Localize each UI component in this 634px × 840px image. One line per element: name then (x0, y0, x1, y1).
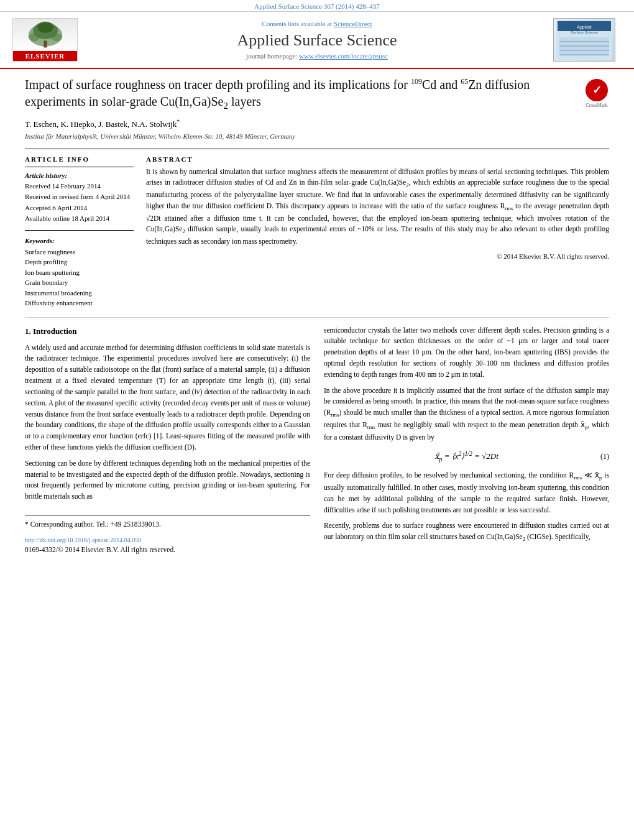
journal-title-section: Contents lists available at ScienceDirec… (81, 20, 553, 60)
body-column-right: semiconductor crystals the latter two me… (324, 325, 609, 561)
svg-point-5 (51, 34, 62, 42)
main-content: Impact of surface roughness on tracer de… (0, 69, 634, 573)
svg-text:Surface Science: Surface Science (571, 30, 598, 34)
article-title: Impact of surface roughness on tracer de… (25, 76, 574, 112)
svg-rect-10 (559, 37, 609, 56)
crossmark-section: ✓ CrossMark (584, 76, 609, 140)
affiliation: Institut für Materialphysik, Universität… (25, 132, 574, 140)
footnote-section: * Corresponding author. Tel.: +49 251833… (25, 515, 310, 556)
journal-thumbnail: Applied Surface Science (553, 18, 615, 62)
authors: T. Eschen, K. Hiepko, J. Bastek, N.A. St… (25, 118, 574, 129)
doi-link[interactable]: http://dx.doi.org/10.1016/j.apsusc.2014.… (25, 535, 310, 545)
keywords-list: Surface roughness Depth profiling Ion be… (25, 247, 134, 308)
abstract-text: It is shown by numerical simulation that… (146, 167, 609, 247)
sciencedirect-text: Contents lists available at ScienceDirec… (81, 20, 553, 27)
journal-cover-image: Applied Surface Science (553, 18, 622, 62)
elsevier-logo: ELSEVIER (12, 18, 81, 62)
abstract-section: ABSTRACT It is shown by numerical simula… (146, 155, 609, 308)
equation-number: (1) (600, 451, 609, 463)
svg-text:✓: ✓ (592, 84, 602, 96)
section1-heading: 1. Introduction (25, 325, 310, 338)
received-date: Received 14 February 2014 (25, 182, 134, 191)
svg-text:Applied: Applied (577, 25, 591, 30)
article-info-abstract: ARTICLE INFO Article history: Received 1… (25, 149, 609, 308)
homepage-url[interactable]: www.elsevier.com/locate/apsusc (299, 52, 388, 60)
svg-rect-3 (44, 41, 47, 48)
article-history-label: Article history: (25, 171, 134, 180)
body-p6: Recently, problems due to surface roughn… (324, 520, 609, 543)
body-p3: semiconductor crystals the latter two me… (324, 325, 609, 381)
article-title-section: Impact of surface roughness on tracer de… (25, 76, 574, 140)
received-revised-date: Received in revised form 4 April 2014 (25, 192, 134, 201)
svg-point-2 (37, 22, 53, 33)
sciencedirect-link[interactable]: ScienceDirect (334, 20, 372, 27)
footnote-issn: 0169-4332/© 2014 Elsevier B.V. All right… (25, 545, 310, 556)
footnote-corresponding: * Corresponding author. Tel.: +49 251833… (25, 519, 310, 530)
body-p5: For deep diffusion profiles, to be resol… (324, 470, 609, 515)
abstract-title: ABSTRACT (146, 155, 609, 163)
content-divider (25, 317, 609, 318)
elsevier-label: ELSEVIER (13, 51, 77, 61)
journal-header: ELSEVIER Contents lists available at Sci… (0, 12, 634, 69)
equation-1: x̄p = ⟨x2⟩1/2 = √2Dt (1) (324, 449, 609, 464)
equation-text: x̄p = ⟨x2⟩1/2 = √2Dt (434, 449, 498, 464)
available-online-date: Available online 18 April 2014 (25, 214, 134, 223)
accepted-date: Accepted 6 April 2014 (25, 203, 134, 213)
svg-point-4 (28, 34, 39, 42)
journal-homepage: journal homepage: www.elsevier.com/locat… (81, 52, 553, 60)
article-header: Impact of surface roughness on tracer de… (25, 76, 609, 140)
body-p4: In the above procedure it is implicitly … (324, 385, 609, 443)
body-columns: 1. Introduction A widely used and accura… (25, 325, 609, 561)
article-info-panel: ARTICLE INFO Article history: Received 1… (25, 155, 134, 308)
body-column-left: 1. Introduction A widely used and accura… (25, 325, 310, 561)
article-info-title: ARTICLE INFO (25, 155, 134, 163)
crossmark-icon: ✓ (586, 79, 608, 101)
body-p1: A widely used and accurate method for de… (25, 343, 310, 453)
journal-reference: Applied Surface Science 307 (2014) 428–4… (0, 0, 634, 12)
keywords-label: Keywords: (25, 237, 134, 244)
journal-name: Applied Surface Science (81, 31, 553, 50)
body-p2: Sectioning can be done by different tech… (25, 458, 310, 502)
crossmark-label: CrossMark (586, 103, 608, 108)
copyright-notice: © 2014 Elsevier B.V. All rights reserved… (146, 252, 609, 260)
